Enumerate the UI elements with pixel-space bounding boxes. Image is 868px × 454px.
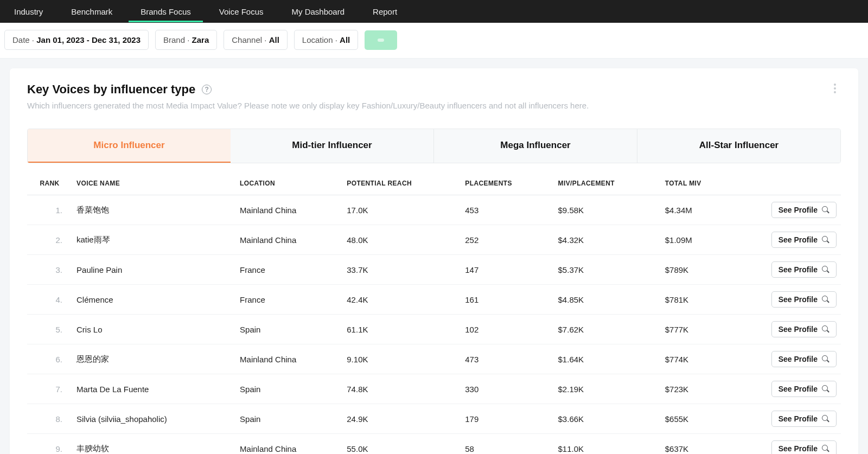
col-name[interactable]: VOICE NAME: [72, 169, 235, 195]
see-profile-label: See Profile: [778, 355, 818, 363]
see-profile-button[interactable]: See Profile: [771, 261, 837, 278]
cell-rank: 8.: [27, 404, 72, 434]
panel-title-row: Key Voices by influencer type ?: [27, 82, 589, 97]
table-row: 1.香菜饱饱Mainland China17.0K453$9.58K$4.34M…: [27, 195, 841, 225]
nav-industry[interactable]: Industry: [11, 2, 46, 22]
cell-mivp: $2.19K: [554, 374, 661, 404]
cell-mivp: $1.64K: [554, 344, 661, 374]
cell-rank: 9.: [27, 434, 72, 455]
panel-title: Key Voices by influencer type: [27, 82, 195, 97]
cell-mivp: $3.66K: [554, 404, 661, 434]
filter-brand-value: Zara: [192, 35, 209, 44]
cell-voice-name: 丰腴幼软: [72, 434, 235, 455]
see-profile-label: See Profile: [778, 414, 818, 423]
cell-total-miv: $4.34M: [661, 195, 756, 225]
apply-filters-button[interactable]: [365, 30, 397, 50]
filter-brand[interactable]: Brand · Zara: [155, 30, 217, 50]
filter-channel[interactable]: Channel · All: [224, 30, 288, 50]
nav-my-dashboard[interactable]: My Dashboard: [289, 2, 348, 22]
cell-rank: 6.: [27, 344, 72, 374]
col-action: [756, 169, 841, 195]
search-icon: [822, 385, 829, 393]
table-row: 5.Cris LoSpain61.1K102$7.62K$777KSee Pro…: [27, 315, 841, 344]
see-profile-label: See Profile: [778, 325, 818, 334]
cell-total-miv: $723K: [661, 374, 756, 404]
search-icon: [822, 325, 829, 333]
cell-mivp: $11.0K: [554, 434, 661, 455]
cell-rank: 4.: [27, 285, 72, 315]
cell-mivp: $4.85K: [554, 285, 661, 315]
filter-brand-label: Brand: [163, 35, 185, 44]
cell-action: See Profile: [756, 315, 841, 344]
voices-table: RANK VOICE NAME LOCATION POTENTIAL REACH…: [27, 169, 841, 454]
cell-total-miv: $789K: [661, 255, 756, 285]
cell-total-miv: $637K: [661, 434, 756, 455]
cell-total-miv: $655K: [661, 404, 756, 434]
see-profile-button[interactable]: See Profile: [771, 351, 837, 367]
search-icon: [822, 445, 829, 452]
cell-total-miv: $777K: [661, 315, 756, 344]
cell-placements: 453: [461, 195, 553, 225]
see-profile-label: See Profile: [778, 295, 818, 304]
col-location[interactable]: LOCATION: [235, 169, 342, 195]
col-rank[interactable]: RANK: [27, 169, 72, 195]
search-icon: [822, 236, 829, 244]
cell-mivp: $7.62K: [554, 315, 661, 344]
col-mivp[interactable]: MIV/PLACEMENT: [554, 169, 661, 195]
cell-voice-name: 恩恩的家: [72, 344, 235, 374]
col-placements[interactable]: PLACEMENTS: [461, 169, 553, 195]
cell-voice-name: Marta De La Fuente: [72, 374, 235, 404]
cell-location: Mainland China: [235, 344, 342, 374]
cell-reach: 24.9K: [342, 404, 461, 434]
cell-placements: 179: [461, 404, 553, 434]
help-icon[interactable]: ?: [202, 85, 212, 94]
cell-placements: 161: [461, 285, 553, 315]
filter-date-label: Date: [12, 35, 30, 44]
search-icon: [822, 296, 829, 303]
nav-benchmark[interactable]: Benchmark: [68, 2, 116, 22]
tab-all-star-influencer[interactable]: All-Star Influencer: [637, 129, 840, 163]
cell-location: Spain: [235, 374, 342, 404]
filter-location[interactable]: Location · All: [294, 30, 358, 50]
tab-mid-tier-influencer[interactable]: Mid-tier Influencer: [231, 129, 434, 163]
see-profile-button[interactable]: See Profile: [771, 321, 837, 337]
see-profile-button[interactable]: See Profile: [771, 381, 837, 397]
cell-voice-name: Clémence: [72, 285, 235, 315]
filter-bar: Date · Jan 01, 2023 - Dec 31, 2023 Brand…: [0, 23, 868, 59]
see-profile-button[interactable]: See Profile: [771, 440, 837, 454]
table-row: 9.丰腴幼软Mainland China55.0K58$11.0K$637KSe…: [27, 434, 841, 455]
col-total[interactable]: TOTAL MIV: [661, 169, 756, 195]
cell-location: Spain: [235, 315, 342, 344]
nav-voice-focus[interactable]: Voice Focus: [216, 2, 267, 22]
see-profile-label: See Profile: [778, 235, 818, 244]
cell-voice-name: katie雨琴: [72, 225, 235, 255]
cell-voice-name: 香菜饱饱: [72, 195, 235, 225]
cell-voice-name: Cris Lo: [72, 315, 235, 344]
see-profile-button[interactable]: See Profile: [771, 232, 837, 248]
filter-date[interactable]: Date · Jan 01, 2023 - Dec 31, 2023: [4, 30, 149, 50]
panel-subtitle: Which influencers generated the most Med…: [27, 101, 589, 110]
cell-rank: 7.: [27, 374, 72, 404]
cell-reach: 48.0K: [342, 225, 461, 255]
table-row: 7.Marta De La FuenteSpain74.8K330$2.19K$…: [27, 374, 841, 404]
see-profile-button[interactable]: See Profile: [771, 411, 837, 427]
cell-placements: 58: [461, 434, 553, 455]
see-profile-button[interactable]: See Profile: [771, 291, 837, 308]
panel-menu-button[interactable]: [829, 82, 841, 94]
see-profile-button[interactable]: See Profile: [771, 202, 837, 218]
nav-brands-focus[interactable]: Brands Focus: [137, 2, 194, 22]
tab-micro-influencer[interactable]: Micro Influencer: [27, 129, 231, 163]
see-profile-label: See Profile: [778, 444, 818, 453]
cell-action: See Profile: [756, 195, 841, 225]
nav-report[interactable]: Report: [369, 2, 400, 22]
col-reach[interactable]: POTENTIAL REACH: [342, 169, 461, 195]
cell-placements: 147: [461, 255, 553, 285]
cell-mivp: $5.37K: [554, 255, 661, 285]
filter-channel-label: Channel: [232, 35, 262, 44]
cell-action: See Profile: [756, 434, 841, 455]
cell-reach: 42.4K: [342, 285, 461, 315]
see-profile-label: See Profile: [778, 265, 818, 274]
cell-total-miv: $1.09M: [661, 225, 756, 255]
cell-location: France: [235, 285, 342, 315]
tab-mega-influencer[interactable]: Mega Influencer: [434, 129, 637, 163]
